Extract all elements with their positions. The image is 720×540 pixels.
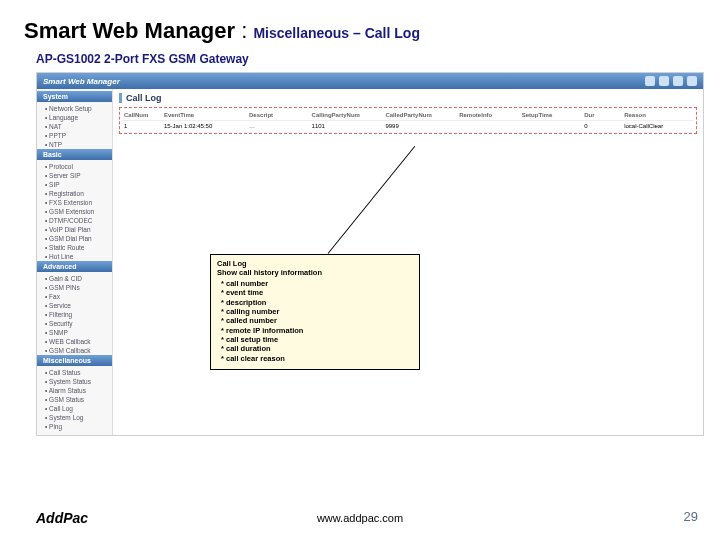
table-header-cell: EventTime: [162, 110, 245, 120]
sidebar-item[interactable]: • DTMF/CODEC: [37, 216, 112, 225]
callout-item: remote IP information: [221, 326, 413, 335]
callout-item: calling number: [221, 307, 413, 316]
sidebar-item[interactable]: • SNMP: [37, 328, 112, 337]
callout-item: call clear reason: [221, 354, 413, 363]
sidebar-item[interactable]: • Language: [37, 113, 112, 122]
app-header: Smart Web Manager: [37, 73, 703, 89]
callout-item: called number: [221, 316, 413, 325]
table-cell: 15-Jan 1:02:45:50: [162, 121, 245, 131]
sidebar-item[interactable]: • Alarm Status: [37, 386, 112, 395]
sidebar-item[interactable]: • Server SIP: [37, 171, 112, 180]
sidebar-item[interactable]: • System Status: [37, 377, 112, 386]
callout-item: call duration: [221, 344, 413, 353]
slide-title-crumb: Miscellaneous – Call Log: [253, 25, 420, 41]
sidebar-item[interactable]: • GSM Status: [37, 395, 112, 404]
callout-box: Call Log Show call history information c…: [210, 254, 420, 370]
footer-url: www.addpac.com: [0, 512, 720, 524]
sidebar-item[interactable]: • FXS Extension: [37, 198, 112, 207]
table-header-cell: CalledPartyNum: [383, 110, 455, 120]
sidebar-item[interactable]: • Gain & CID: [37, 274, 112, 283]
sidebar-item[interactable]: • Service: [37, 301, 112, 310]
monitor-icon[interactable]: [659, 76, 669, 86]
sidebar-item[interactable]: • Static Route: [37, 243, 112, 252]
table-cell: 9999: [383, 121, 455, 131]
table-cell: local-CallClear: [622, 121, 694, 131]
table-header-cell: CallingPartyNum: [310, 110, 382, 120]
sidebar-item[interactable]: • PPTP: [37, 131, 112, 140]
callout-item: event time: [221, 288, 413, 297]
sidebar-item[interactable]: • NTP: [37, 140, 112, 149]
slide-title-main: Smart Web Manager: [24, 18, 235, 43]
slide-subtitle: AP-GS1002 2-Port FXS GSM Gateway: [0, 46, 720, 70]
callout-title: Call Log: [217, 259, 413, 268]
sidebar-item[interactable]: • Hot Line: [37, 252, 112, 261]
sidebar-item[interactable]: • Call Log: [37, 404, 112, 413]
content-title: Call Log: [119, 93, 697, 103]
sidebar-item[interactable]: • VoIP Dial Plan: [37, 225, 112, 234]
table-header-row: CallNumEventTimeDescriptCallingPartyNumC…: [122, 110, 694, 121]
save-icon[interactable]: [673, 76, 683, 86]
table-cell: 1101: [310, 121, 382, 131]
table-header-cell: Dur: [582, 110, 620, 120]
table-header-cell: SetupTime: [520, 110, 581, 120]
callout-list: call numberevent timedescriptioncalling …: [217, 279, 413, 363]
sidebar-item[interactable]: • WEB Callback: [37, 337, 112, 346]
table-row: 115-Jan 1:02:45:50…110199990local-CallCl…: [122, 121, 694, 131]
sidebar: System• Network Setup• Language• NAT• PP…: [37, 89, 113, 435]
screen-icon[interactable]: [687, 76, 697, 86]
table-header-cell: Reason: [622, 110, 694, 120]
sidebar-item[interactable]: • System Log: [37, 413, 112, 422]
callout-subtitle: Show call history information: [217, 268, 413, 277]
table-cell: [520, 121, 581, 131]
sidebar-item[interactable]: • GSM Dial Plan: [37, 234, 112, 243]
sidebar-item[interactable]: • Protocol: [37, 162, 112, 171]
callout-item: call number: [221, 279, 413, 288]
sidebar-item[interactable]: • Call Status: [37, 368, 112, 377]
sidebar-item[interactable]: • Ping: [37, 422, 112, 431]
sidebar-item[interactable]: • Security: [37, 319, 112, 328]
table-header-cell: Descript: [247, 110, 308, 120]
table-cell: …: [247, 121, 308, 131]
sidebar-item[interactable]: • NAT: [37, 122, 112, 131]
app-name: Smart Web Manager: [43, 77, 120, 86]
table-cell: 0: [582, 121, 620, 131]
callout-item: description: [221, 298, 413, 307]
table-cell: [457, 121, 518, 131]
table-header-cell: RemoteInfo: [457, 110, 518, 120]
call-log-table: CallNumEventTimeDescriptCallingPartyNumC…: [119, 107, 697, 134]
slide-title: Smart Web Manager : Miscellaneous – Call…: [0, 0, 720, 46]
footer-page-number: 29: [684, 509, 698, 524]
sidebar-item[interactable]: • Registration: [37, 189, 112, 198]
slide-title-sep: :: [235, 18, 253, 43]
sidebar-item[interactable]: • GSM Extension: [37, 207, 112, 216]
table-header-cell: CallNum: [122, 110, 160, 120]
gear-icon[interactable]: [645, 76, 655, 86]
sidebar-section-head[interactable]: Advanced: [37, 261, 112, 272]
header-icons: [645, 76, 697, 86]
sidebar-item[interactable]: • GSM PINs: [37, 283, 112, 292]
sidebar-item[interactable]: • GSM Callback: [37, 346, 112, 355]
table-cell: 1: [122, 121, 160, 131]
sidebar-section-head[interactable]: Miscellaneous: [37, 355, 112, 366]
sidebar-item[interactable]: • Fax: [37, 292, 112, 301]
callout-item: call setup time: [221, 335, 413, 344]
sidebar-item[interactable]: • Network Setup: [37, 104, 112, 113]
sidebar-item[interactable]: • Filtering: [37, 310, 112, 319]
sidebar-item[interactable]: • SIP: [37, 180, 112, 189]
sidebar-section-head[interactable]: System: [37, 91, 112, 102]
sidebar-section-head[interactable]: Basic: [37, 149, 112, 160]
